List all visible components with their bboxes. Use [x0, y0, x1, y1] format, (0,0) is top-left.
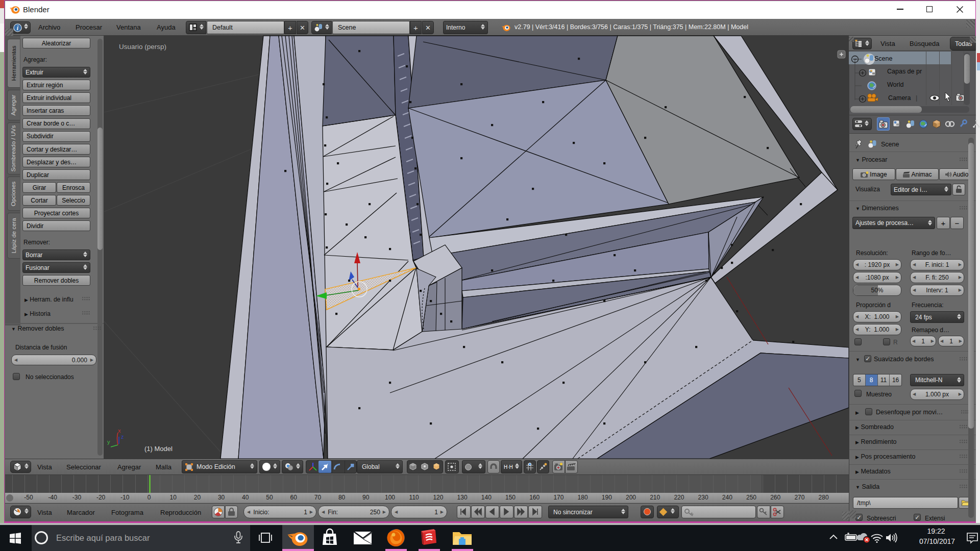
svg-text:(1) Model: (1) Model [144, 445, 173, 453]
svg-text:y: y [107, 439, 110, 445]
svg-text:z: z [121, 434, 124, 440]
svg-text:Usuario (persp): Usuario (persp) [119, 43, 166, 51]
svg-text:x: x [118, 428, 121, 434]
